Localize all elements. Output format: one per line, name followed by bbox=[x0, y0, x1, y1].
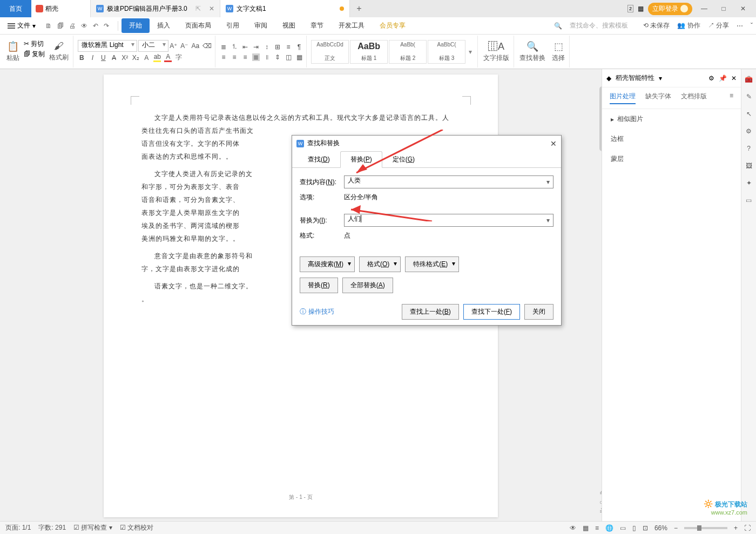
align-left-icon[interactable]: ≡ bbox=[220, 53, 227, 61]
toolbox-icon[interactable]: 🧰 bbox=[745, 76, 753, 83]
menu-tab-section[interactable]: 章节 bbox=[303, 18, 331, 33]
book-icon[interactable]: ▭ bbox=[746, 197, 752, 204]
zoom-value[interactable]: 66% bbox=[654, 524, 667, 532]
view-outline-icon[interactable]: ≡ bbox=[595, 524, 599, 532]
font-color-icon[interactable]: A bbox=[164, 53, 172, 62]
underline-icon[interactable]: U bbox=[99, 54, 107, 62]
tips-link[interactable]: ⓘ 操作技巧 bbox=[300, 307, 334, 316]
pane-tab[interactable]: 文档排版 bbox=[681, 92, 707, 104]
highlight-icon[interactable]: ab bbox=[153, 53, 161, 62]
pointer-icon[interactable]: ↖ bbox=[746, 110, 752, 118]
page-indicator[interactable]: 页面: 1/1 bbox=[5, 523, 31, 532]
font-name-select[interactable]: 微软雅黑 Light bbox=[78, 40, 137, 52]
login-button[interactable]: 立即登录 bbox=[648, 3, 692, 15]
fullscreen-icon[interactable]: ⛶ bbox=[744, 524, 751, 532]
format-button[interactable]: 格式(O) bbox=[359, 256, 401, 272]
copy-button[interactable]: 🗐 复制 bbox=[24, 50, 45, 59]
clear-format-icon[interactable]: ⌫ bbox=[202, 42, 212, 50]
sort-icon[interactable]: ↕ bbox=[263, 43, 271, 51]
list-icon[interactable]: ≡ bbox=[730, 92, 733, 104]
minimize-icon[interactable]: — bbox=[697, 5, 712, 12]
find-next-button[interactable]: 查找下一处(F) bbox=[463, 304, 520, 320]
find-prev-button[interactable]: 查找上一处(B) bbox=[402, 304, 459, 320]
search-placeholder[interactable]: 查找命令、搜索模板 bbox=[570, 21, 628, 30]
style-h1[interactable]: AaBb标题 1 bbox=[350, 40, 388, 64]
select-button[interactable]: ⬚选择 bbox=[551, 39, 566, 64]
style-h2[interactable]: AaBb(标题 2 bbox=[389, 40, 427, 64]
menu-tab-vip[interactable]: 会员专享 bbox=[372, 18, 413, 33]
share-button[interactable]: ↗ 分享 bbox=[708, 21, 729, 30]
increase-indent-icon[interactable]: ⇥ bbox=[252, 43, 260, 51]
menu-tab-ref[interactable]: 引用 bbox=[219, 18, 247, 33]
view-grid-icon[interactable]: ▦ bbox=[583, 524, 589, 532]
tab-document-active[interactable]: W 文字文稿1 bbox=[220, 0, 350, 17]
fit-page-icon[interactable]: ⊡ bbox=[643, 524, 648, 532]
layout-icon[interactable]: 2 bbox=[627, 5, 633, 12]
close-window-icon[interactable]: ✕ bbox=[735, 5, 751, 12]
search-icon[interactable]: 🔍 bbox=[554, 22, 562, 30]
replace-button[interactable]: 替换(R) bbox=[300, 278, 338, 293]
coop-button[interactable]: 👥 协作 bbox=[677, 21, 700, 30]
tab-home[interactable]: 首页 bbox=[0, 0, 31, 17]
close-icon[interactable]: ✕ bbox=[550, 139, 557, 148]
menu-tab-insert[interactable]: 插入 bbox=[150, 18, 178, 33]
tab-pin-icon[interactable]: ⇱ bbox=[195, 5, 201, 12]
strike-icon[interactable]: A̶ bbox=[110, 54, 118, 62]
maximize-icon[interactable]: □ bbox=[716, 5, 731, 12]
style-more-icon[interactable]: ▾ bbox=[467, 48, 474, 56]
cut-button[interactable]: ✂ 剪切 bbox=[24, 39, 45, 49]
pane-tab[interactable]: 缺失字体 bbox=[645, 92, 671, 104]
grow-font-icon[interactable]: A⁺ bbox=[170, 42, 177, 50]
tab-docer[interactable]: 稻壳 bbox=[31, 0, 91, 17]
word-count[interactable]: 字数: 291 bbox=[38, 523, 66, 532]
print-icon[interactable]: 🖨 bbox=[69, 22, 76, 30]
dialog-header[interactable]: W 查找和替换 ✕ bbox=[292, 136, 561, 151]
format-brush-button[interactable]: 🖌格式刷 bbox=[48, 39, 70, 64]
spellcheck-toggle[interactable]: ☑ 拼写检查 ▾ bbox=[73, 523, 112, 532]
close-icon[interactable]: ✕ bbox=[209, 5, 214, 12]
borders-icon[interactable]: ▦ bbox=[295, 53, 303, 61]
pen-icon[interactable]: ✎ bbox=[746, 93, 752, 100]
file-menu[interactable]: 文件 ▾ bbox=[3, 21, 40, 30]
zoom-in-icon[interactable]: + bbox=[734, 524, 738, 532]
view-read-icon[interactable]: ▯ bbox=[632, 524, 636, 532]
star-icon[interactable]: ✦ bbox=[746, 179, 752, 187]
unsaved-button[interactable]: ⟲ 未保存 bbox=[643, 21, 670, 30]
shrink-font-icon[interactable]: A⁻ bbox=[180, 42, 188, 50]
settings-icon[interactable]: ⚙ bbox=[746, 127, 752, 135]
subscript-icon[interactable]: X₂ bbox=[132, 54, 139, 62]
font-size-select[interactable]: 小二 bbox=[138, 40, 168, 52]
collapse-ribbon-icon[interactable]: ˇ bbox=[751, 22, 753, 30]
close-icon[interactable]: ✕ bbox=[731, 75, 737, 82]
pin-icon[interactable]: 📌 bbox=[719, 75, 727, 82]
chevron-down-icon[interactable]: ▾ bbox=[659, 75, 662, 82]
replace-input[interactable]: 人们 bbox=[344, 214, 554, 227]
menu-tab-start[interactable]: 开始 bbox=[122, 18, 150, 33]
menu-tab-dev[interactable]: 开发工具 bbox=[331, 18, 372, 33]
image-icon[interactable]: 🖼 bbox=[746, 162, 752, 170]
redo-icon[interactable]: ↷ bbox=[104, 22, 109, 30]
line-spacing-icon[interactable]: ⇕ bbox=[274, 53, 281, 61]
pane-tab[interactable]: 图片处理 bbox=[610, 92, 636, 104]
align-dist-icon[interactable]: ⫴ bbox=[263, 53, 271, 61]
proofing-toggle[interactable]: ☑ 文档校对 bbox=[120, 523, 153, 532]
align-right-icon[interactable]: ≡ bbox=[241, 53, 249, 61]
italic-icon[interactable]: I bbox=[89, 54, 96, 62]
grid-icon[interactable]: ▦ bbox=[638, 5, 644, 12]
pane-item[interactable]: ▸ 相似图片 bbox=[602, 109, 741, 129]
superscript-icon[interactable]: X² bbox=[121, 54, 129, 62]
replace-all-button[interactable]: 全部替换(A) bbox=[342, 278, 393, 293]
gear-icon[interactable]: ⚙ bbox=[708, 75, 714, 82]
text-layout-button[interactable]: ⿲A文字排版 bbox=[482, 40, 510, 64]
phonetic-icon[interactable]: 字 bbox=[175, 53, 183, 62]
decrease-indent-icon[interactable]: ⇤ bbox=[241, 43, 249, 51]
change-case-icon[interactable]: Aa bbox=[191, 42, 199, 50]
view-web-icon[interactable]: 🌐 bbox=[605, 524, 613, 532]
advanced-search-button[interactable]: 高级搜索(M) bbox=[300, 256, 355, 272]
style-h3[interactable]: AaBbC(标题 3 bbox=[428, 40, 465, 64]
undo-icon[interactable]: ↶ bbox=[93, 22, 98, 30]
dialog-tab-goto[interactable]: 定位(G) bbox=[382, 151, 425, 168]
view-print-icon[interactable]: ▭ bbox=[620, 524, 626, 532]
find-input[interactable]: 人类 bbox=[344, 175, 554, 188]
save-as-icon[interactable]: 🗐 bbox=[57, 22, 64, 30]
